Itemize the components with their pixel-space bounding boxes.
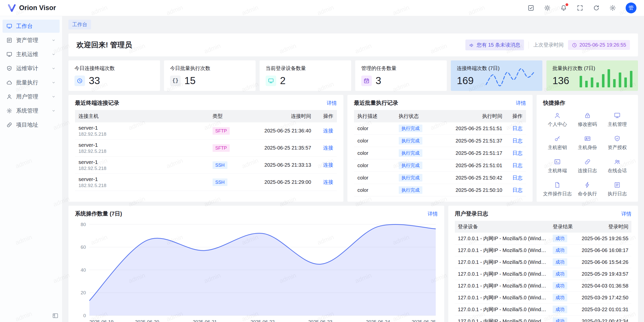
chevron-down-icon xyxy=(51,38,56,43)
sidebar-item-label: 资产管理 xyxy=(16,37,48,44)
user-avatar[interactable]: 管 xyxy=(626,3,636,13)
sidebar-item-users[interactable]: 用户管理 xyxy=(3,90,60,103)
execution-time: 2025-06-25 21:50:10 xyxy=(438,184,506,196)
recent-executions-detail-link[interactable]: 详情 xyxy=(516,100,526,106)
quick-action-personal-center[interactable]: 个人中心 xyxy=(543,112,572,128)
log-link[interactable]: 日志 xyxy=(512,150,522,156)
quick-action-label: 资产授权 xyxy=(608,144,627,151)
unread-messages-badge[interactable]: 您有 15 条未读消息 xyxy=(465,40,524,50)
execution-status-badge: 执行完成 xyxy=(399,125,422,132)
stat-card-terminal-7d: 连接终端次数 (7日)169 xyxy=(451,60,542,91)
logo-icon xyxy=(8,4,16,12)
quick-action-online-session[interactable]: 在线会话 xyxy=(603,158,631,174)
chevron-down-icon xyxy=(51,52,56,57)
connect-link[interactable]: 连接 xyxy=(323,179,333,185)
execution-status-badge: 执行完成 xyxy=(399,174,422,182)
svg-text:60: 60 xyxy=(81,244,86,250)
quick-action-connection-log[interactable]: 连接日志 xyxy=(573,158,602,174)
connection-row: server-1182.92.5.218SFTP2025-06-25 21:35… xyxy=(75,139,337,157)
sidebar-item-project-url[interactable]: 项目地址 xyxy=(3,118,60,131)
login-time: 2025-06-25 19:26:55 xyxy=(577,233,631,244)
theme-icon-glyph xyxy=(544,5,551,11)
quick-action-label: 文件操作日志 xyxy=(543,191,572,197)
sidebar-item-host-ops[interactable]: 主机运维 xyxy=(3,48,60,61)
login-log-row: 127.0.0.1 - 内网IP - Mozilla/5.0 (Windows … xyxy=(455,315,631,322)
recent-executions-table: 执行描述执行状态执行时间操作color执行完成2025-06-25 21:51:… xyxy=(354,110,526,196)
login-time: 2025-03-22 01:01:31 xyxy=(577,304,631,315)
login-log-row: 127.0.0.1 - 内网IP - Mozilla/5.0 (Windows … xyxy=(455,304,631,315)
svg-text:2025-06-24: 2025-06-24 xyxy=(366,319,390,322)
connection-time: 2025-06-25 21:33:13 xyxy=(242,157,315,174)
quick-action-command-exec[interactable]: 命令执行 xyxy=(573,182,602,197)
sidebar: 工作台资产管理主机运维运维审计批量执行用户管理系统管理项目地址 xyxy=(0,16,62,322)
quick-action-label: 个人中心 xyxy=(548,121,567,128)
connect-link[interactable]: 连接 xyxy=(323,128,333,133)
login-log-row: 127.0.0.1 - 内网IP - Mozilla/5.0 (Windows … xyxy=(455,233,631,244)
sidebar-item-assets[interactable]: 资产管理 xyxy=(3,34,60,47)
lightning-icon xyxy=(584,182,591,188)
host-name: server-1 xyxy=(78,124,206,131)
settings-icon[interactable] xyxy=(609,5,616,11)
stat-cards-row: 今日连接终端次数33今日批量执行次数{}15当前登录设备数量2管理的任务数量3连… xyxy=(68,60,638,91)
stat-label: 今日连接终端次数 xyxy=(74,65,154,72)
log-link[interactable]: 日志 xyxy=(512,163,522,168)
quick-action-host-management[interactable]: 主机管理 xyxy=(603,112,631,128)
recent-connections-table: 连接主机类型连接时间操作server-1182.92.5.218SFTP2025… xyxy=(75,110,337,191)
host-ip: 182.92.5.218 xyxy=(78,131,206,137)
log-link[interactable]: 日志 xyxy=(512,126,522,131)
execution-row: color执行完成2025-06-25 21:51:01日志 xyxy=(354,159,526,172)
connection-row: server-1182.92.5.218SSH2025-06-25 21:33:… xyxy=(75,157,337,174)
login-col-device: 登录设备 xyxy=(455,221,550,233)
notifications-icon[interactable] xyxy=(560,5,567,11)
quick-action-change-password[interactable]: 修改密码 xyxy=(573,112,602,128)
quick-action-asset-grant[interactable]: 资产授权 xyxy=(603,135,631,151)
log-link[interactable]: 日志 xyxy=(512,138,522,144)
app-header: Orion Visor 管 xyxy=(0,0,644,16)
sidebar-item-batch-exec[interactable]: 批量执行 xyxy=(3,76,60,89)
quick-action-exec-log[interactable]: 执行日志 xyxy=(603,182,631,197)
quick-action-host-keys[interactable]: 主机密钥 xyxy=(543,135,572,151)
notifications-icon-glyph xyxy=(560,5,567,11)
sidebar-item-audit[interactable]: 运维审计 xyxy=(3,62,60,75)
stat-value: 2 xyxy=(280,75,286,86)
connect-link[interactable]: 连接 xyxy=(323,162,333,168)
exec-col-action: 操作 xyxy=(506,110,526,122)
login-logs-detail-link[interactable]: 详情 xyxy=(621,210,631,217)
execution-desc: color xyxy=(354,159,395,172)
recent-connections-detail-link[interactable]: 详情 xyxy=(327,100,337,106)
quick-action-file-operation-log[interactable]: 文件操作日志 xyxy=(543,182,572,197)
system-operations-detail-link[interactable]: 详情 xyxy=(428,210,438,217)
sidebar-item-workbench[interactable]: 工作台 xyxy=(3,20,60,33)
quick-action-label: 主机身份 xyxy=(578,144,597,151)
login-log-row: 127.0.0.1 - 内网IP - Mozilla/5.0 (Windows … xyxy=(455,268,631,280)
sidebar-item-system[interactable]: 系统管理 xyxy=(3,104,60,117)
log-link[interactable]: 日志 xyxy=(512,187,522,193)
connect-link[interactable]: 连接 xyxy=(323,145,333,151)
shield-icon xyxy=(614,135,621,142)
sidebar-collapse-button[interactable] xyxy=(52,312,59,319)
fullscreen-icon[interactable] xyxy=(577,5,583,11)
execution-desc: color xyxy=(354,122,395,135)
sidebar-item-label: 主机运维 xyxy=(16,51,48,58)
quick-action-host-terminal[interactable]: 主机终端 xyxy=(543,158,572,174)
login-device: 127.0.0.1 - 内网IP - Mozilla/5.0 (Windows … xyxy=(455,268,550,280)
stat-card-managed-tasks: 管理的任务数量3 xyxy=(355,60,447,91)
chevron-glyph xyxy=(51,80,56,85)
quick-actions-grid: 个人中心修改密码主机管理主机密钥主机身份资产授权主机终端连接日志在线会话文件操作… xyxy=(543,110,631,197)
log-link[interactable]: 日志 xyxy=(512,175,522,181)
theme-icon[interactable] xyxy=(544,5,551,11)
header-actions: 管 xyxy=(528,3,636,13)
svg-text:2025-06-21: 2025-06-21 xyxy=(193,319,217,322)
stat-card-batch-7d: 批量执行次数 (7日)136 xyxy=(546,60,638,91)
quick-action-host-identity[interactable]: 主机身份 xyxy=(573,135,602,151)
sidebar-item-label: 批量执行 xyxy=(16,79,48,86)
protocol-badge: SFTP xyxy=(213,144,230,152)
tasks-icon[interactable] xyxy=(528,5,534,11)
protocol-badge: SSH xyxy=(213,161,227,169)
connection-row: server-1182.92.5.218SFTP2025-06-25 21:36… xyxy=(75,122,337,139)
stat-value: 3 xyxy=(376,75,381,86)
stat-card-login-devices: 当前登录设备数量2 xyxy=(260,60,351,91)
execution-row: color执行完成2025-06-25 21:50:42日志 xyxy=(354,172,526,184)
refresh-icon[interactable] xyxy=(593,5,600,11)
breadcrumb-item-workbench[interactable]: 工作台 xyxy=(68,20,91,29)
